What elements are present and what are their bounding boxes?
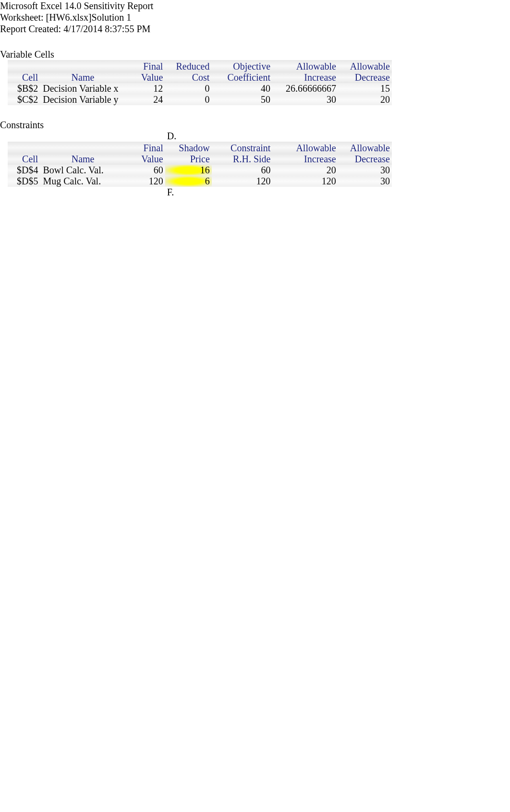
report-date: Report Created: 4/17/2014 8:37:55 PM: [0, 23, 510, 35]
vc-head-decrease: Allowable: [338, 60, 392, 72]
c-head-decrease: Allowable: [338, 142, 392, 154]
variable-cells-title: Variable Cells: [0, 49, 510, 60]
c-shadow-highlight: 6: [165, 176, 212, 187]
c-name: Mug Calc. Val.: [40, 176, 125, 187]
vc-head-cost: Cost: [165, 72, 211, 83]
vc-head-name: Name: [40, 72, 125, 83]
c-head-cell: Cell: [8, 154, 40, 165]
vc-final: 12: [126, 83, 165, 94]
c-head-price: Price: [165, 154, 212, 165]
constraints-table: D. Final Shadow Constraint Allowable All…: [8, 131, 392, 198]
c-name: Bowl Calc. Val.: [40, 165, 125, 176]
vc-reduced: 0: [165, 83, 211, 94]
vc-name: Decision Variable y: [40, 94, 125, 105]
annotation-d: D.: [165, 131, 212, 142]
vc-head-reduced: Reduced: [165, 60, 211, 72]
vc-name: Decision Variable x: [40, 83, 125, 94]
worksheet-name: Worksheet: [HW6.xlsx]Solution 1: [0, 12, 510, 23]
c-head-dec2: Decrease: [338, 154, 392, 165]
vc-head-increase: Allowable: [272, 60, 338, 72]
vc-head-coeff: Coefficient: [211, 72, 272, 83]
c-rhs: 120: [212, 176, 273, 187]
c-head-constraint: Constraint: [212, 142, 273, 154]
c-head-rhs: R.H. Side: [212, 154, 273, 165]
vc-inc: 30: [272, 94, 338, 105]
c-head-inc2: Increase: [272, 154, 338, 165]
report-title: Microsoft Excel 14.0 Sensitivity Report: [0, 0, 510, 12]
c-dec: 30: [338, 165, 392, 176]
c-head-value: Value: [126, 154, 165, 165]
vc-final: 24: [126, 94, 165, 105]
vc-head: [40, 60, 125, 72]
vc-obj: 40: [211, 83, 272, 94]
c-final: 60: [126, 165, 165, 176]
vc-dec: 15: [338, 83, 392, 94]
table-row: $C$2 Decision Variable y 24 0 50 30 20: [8, 94, 392, 105]
c-cell: $D$4: [8, 165, 40, 176]
vc-head-dec2: Decrease: [338, 72, 392, 83]
vc-inc: 26.66666667: [272, 83, 338, 94]
c-head-name: Name: [40, 154, 125, 165]
vc-head-inc2: Increase: [272, 72, 338, 83]
c-head: [40, 142, 125, 154]
vc-head-cell: Cell: [8, 72, 40, 83]
annotation-f: F.: [165, 187, 212, 198]
vc-head-value: Value: [126, 72, 165, 83]
c-cell: $D$5: [8, 176, 40, 187]
c-head-increase: Allowable: [272, 142, 338, 154]
table-row: $D$5 Mug Calc. Val. 120 6 120 120 30: [8, 176, 392, 187]
table-row: $D$4 Bowl Calc. Val. 60 16 60 20 30: [8, 165, 392, 176]
c-head-final: Final: [126, 142, 165, 154]
table-row: $B$2 Decision Variable x 12 0 40 26.6666…: [8, 83, 392, 94]
c-shadow-highlight: 16: [165, 165, 212, 176]
c-inc: 120: [272, 176, 338, 187]
vc-head: [8, 60, 40, 72]
vc-cell: $B$2: [8, 83, 40, 94]
vc-dec: 20: [338, 94, 392, 105]
c-head-shadow: Shadow: [165, 142, 212, 154]
vc-head-objective: Objective: [211, 60, 272, 72]
variable-cells-table: Final Reduced Objective Allowable Allowa…: [8, 60, 392, 105]
c-dec: 30: [338, 176, 392, 187]
vc-reduced: 0: [165, 94, 211, 105]
constraints-title: Constraints: [0, 120, 510, 131]
c-head: [8, 142, 40, 154]
vc-head-final: Final: [126, 60, 165, 72]
c-rhs: 60: [212, 165, 273, 176]
vc-obj: 50: [211, 94, 272, 105]
c-inc: 20: [272, 165, 338, 176]
c-final: 120: [126, 176, 165, 187]
vc-cell: $C$2: [8, 94, 40, 105]
